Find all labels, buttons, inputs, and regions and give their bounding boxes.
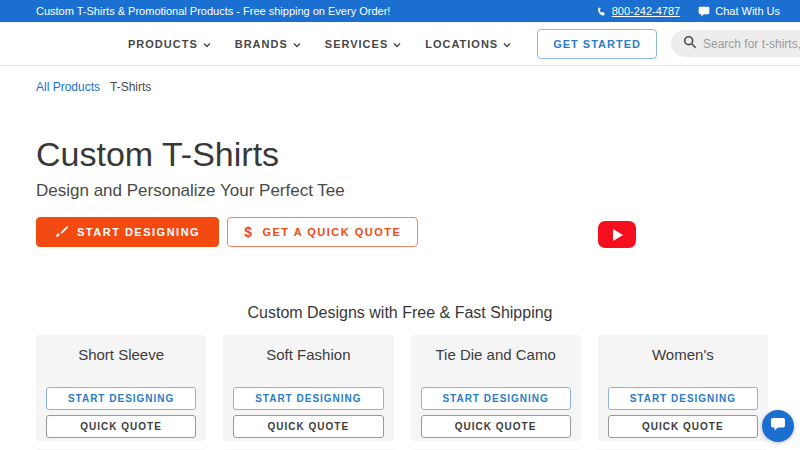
card-quick-quote-button[interactable]: QUICK QUOTE <box>608 415 758 438</box>
category-card-grid: Short Sleeve START DESIGNING QUICK QUOTE… <box>36 335 768 450</box>
card-title: Women's <box>608 346 758 363</box>
chevron-down-icon <box>393 38 401 50</box>
nav-item-brands[interactable]: BRANDS <box>235 38 301 50</box>
card-quick-quote-button[interactable]: QUICK QUOTE <box>46 415 196 438</box>
phone-icon <box>596 6 607 17</box>
nav-item-label: LOCATIONS <box>425 38 498 50</box>
nav-item-label: SERVICES <box>325 38 388 50</box>
main-header: PRODUCTS BRANDS SERVICES LOCATIONS GET S… <box>0 22 800 66</box>
paintbrush-icon <box>55 225 68 240</box>
quick-quote-button[interactable]: $ GET A QUICK QUOTE <box>227 217 418 247</box>
section-heading: Custom Designs with Free & Fast Shipping <box>0 304 800 322</box>
chat-widget-icon <box>770 417 786 435</box>
chat-widget-button[interactable] <box>762 410 794 442</box>
get-started-button[interactable]: GET STARTED <box>537 29 657 59</box>
chat-bubble-icon <box>698 6 710 17</box>
nav-item-label: BRANDS <box>235 38 288 50</box>
breadcrumb: All Products T-Shirts <box>0 66 800 94</box>
card-start-designing-button[interactable]: START DESIGNING <box>233 387 383 410</box>
chat-with-us-link[interactable]: Chat With Us <box>698 5 780 17</box>
chat-with-us-label: Chat With Us <box>715 5 780 17</box>
start-designing-label: START DESIGNING <box>77 226 200 238</box>
start-designing-button[interactable]: START DESIGNING <box>36 217 219 247</box>
dollar-icon: $ <box>244 224 253 240</box>
card-title: Short Sleeve <box>46 346 196 363</box>
category-card-womens: Women's START DESIGNING QUICK QUOTE <box>598 335 768 441</box>
category-card-short-sleeve: Short Sleeve START DESIGNING QUICK QUOTE <box>36 335 206 441</box>
card-quick-quote-button[interactable]: QUICK QUOTE <box>421 415 571 438</box>
card-title: Tie Die and Camo <box>421 346 571 363</box>
category-card-soft-fashion: Soft Fashion START DESIGNING QUICK QUOTE <box>223 335 393 441</box>
breadcrumb-current: T-Shirts <box>110 80 151 94</box>
play-icon <box>613 229 623 241</box>
nav-item-products[interactable]: PRODUCTS <box>128 38 211 50</box>
search-input[interactable] <box>703 37 800 51</box>
quick-quote-label: GET A QUICK QUOTE <box>262 226 401 238</box>
card-title: Soft Fashion <box>233 346 383 363</box>
announcement-text: Custom T-Shirts & Promotional Products -… <box>36 5 390 17</box>
search-icon <box>683 35 697 53</box>
chevron-down-icon <box>503 38 511 50</box>
category-card-tie-die-and-camo: Tie Die and Camo START DESIGNING QUICK Q… <box>411 335 581 441</box>
nav-item-label: PRODUCTS <box>128 38 198 50</box>
card-quick-quote-button[interactable]: QUICK QUOTE <box>233 415 383 438</box>
main-nav: PRODUCTS BRANDS SERVICES LOCATIONS <box>128 38 511 50</box>
card-start-designing-button[interactable]: START DESIGNING <box>608 387 758 410</box>
page-title: Custom T-Shirts <box>36 135 800 174</box>
chevron-down-icon <box>293 38 301 50</box>
nav-item-services[interactable]: SERVICES <box>325 38 401 50</box>
page-subtitle: Design and Personalize Your Perfect Tee <box>36 181 800 201</box>
phone-number[interactable]: 800-242-4787 <box>612 5 681 17</box>
announcement-bar: Custom T-Shirts & Promotional Products -… <box>0 0 800 22</box>
hero-section: Custom T-Shirts Design and Personalize Y… <box>0 94 800 247</box>
search-bar[interactable] <box>671 30 800 57</box>
card-start-designing-button[interactable]: START DESIGNING <box>46 387 196 410</box>
card-start-designing-button[interactable]: START DESIGNING <box>421 387 571 410</box>
chevron-down-icon <box>203 38 211 50</box>
youtube-play-button[interactable] <box>598 221 636 248</box>
phone-link[interactable]: 800-242-4787 <box>596 5 681 17</box>
nav-item-locations[interactable]: LOCATIONS <box>425 38 511 50</box>
breadcrumb-all-products[interactable]: All Products <box>36 80 100 94</box>
